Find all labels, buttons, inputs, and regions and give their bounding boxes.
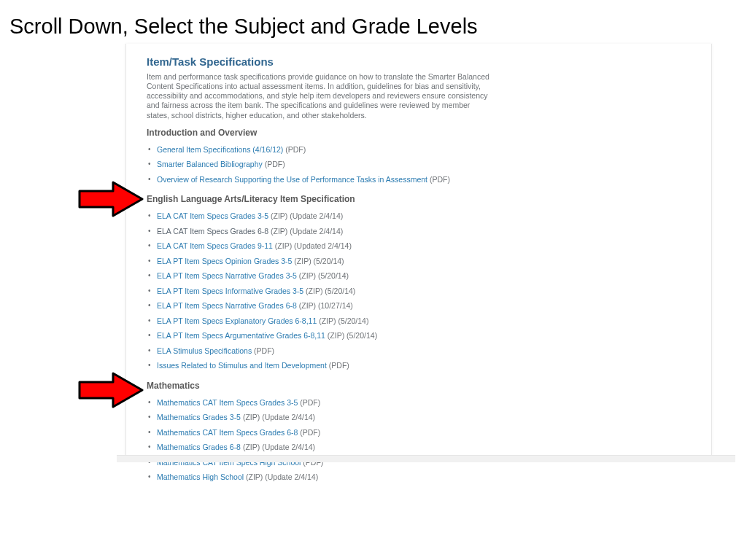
link-suffix: (PDF) [298, 428, 320, 437]
resource-link[interactable]: ELA CAT Item Specs Grades 9-11 [157, 241, 273, 250]
link-list: ELA CAT Item Specs Grades 3-5 (ZIP) (Upd… [147, 209, 689, 373]
resource-link[interactable]: ELA PT Item Specs Explanatory Grades 6-8… [157, 316, 317, 325]
list-item: Overview of Research Supporting the Use … [157, 172, 689, 187]
resource-link[interactable]: ELA PT Item Specs Argumentative Grades 6… [157, 331, 325, 340]
list-item: Mathematics CAT Item Specs Grades 3-5 (P… [157, 395, 689, 411]
sections: Introduction and OverviewGeneral Item Sp… [147, 128, 689, 485]
section-heading: Mathematics [147, 381, 689, 391]
resource-link[interactable]: ELA Stimulus Specifications [157, 346, 252, 355]
link-suffix: (ZIP) (Update 2/4/14) [268, 227, 343, 236]
link-list: General Item Specifications (4/16/12) (P… [147, 142, 689, 187]
list-item: ELA PT Item Specs Narrative Grades 3-5 (… [157, 268, 689, 284]
section-heading: English Language Arts/Literacy Item Spec… [147, 194, 689, 204]
link-suffix: (ZIP) (Updated 2/4/14) [273, 241, 352, 250]
list-item: Mathematics CAT Item Specs Grades 6-8 (P… [157, 425, 689, 440]
link-suffix: (ZIP) (Update 2/4/14) [244, 472, 318, 481]
link-list: Mathematics CAT Item Specs Grades 3-5 (P… [147, 395, 689, 485]
link-suffix: (PDF) [298, 398, 320, 407]
resource-link[interactable]: ELA CAT Item Specs Grades 3-5 [157, 211, 268, 220]
link-suffix: (PDF) [283, 145, 306, 154]
slide-stage: Scroll Down, Select the Subject and Grad… [0, 0, 747, 560]
link-suffix: (PDF) [427, 175, 450, 184]
resource-link[interactable]: Mathematics High School [157, 472, 244, 481]
content-card: Item/Task Specifications Item and perfor… [125, 44, 712, 459]
card-intro: Item and performance task specifications… [147, 72, 489, 120]
footer-bar [117, 455, 735, 462]
slide-title: Scroll Down, Select the Subject and Grad… [9, 15, 478, 39]
resource-link[interactable]: General Item Specifications (4/16/12) [157, 145, 283, 154]
link-suffix: (PDF) [327, 361, 349, 370]
resource-link[interactable]: Mathematics Grades 6-8 [157, 443, 241, 451]
link-suffix: (ZIP) (5/20/14) [317, 316, 368, 325]
list-item: ELA CAT Item Specs Grades 9-11 (ZIP) (Up… [157, 238, 689, 254]
link-suffix: (ZIP) (Update 2/4/14) [241, 443, 315, 451]
resource-link[interactable]: ELA PT Item Specs Opinion Grades 3-5 [157, 257, 292, 265]
list-item: ELA CAT Item Specs Grades 6-8 (ZIP) (Upd… [157, 224, 689, 239]
list-item: General Item Specifications (4/16/12) (P… [157, 142, 689, 158]
list-item: ELA PT Item Specs Opinion Grades 3-5 (ZI… [157, 254, 689, 269]
link-suffix: (ZIP) (Update 2/4/14) [268, 211, 343, 220]
card-title: Item/Task Specifications [147, 55, 689, 68]
resource-link[interactable]: Smarter Balanced Bibliography [157, 160, 263, 168]
resource-link[interactable]: Mathematics CAT Item Specs Grades 3-5 [157, 398, 298, 407]
link-suffix: (ZIP) (5/20/14) [292, 257, 344, 265]
list-item: Mathematics Grades 6-8 (ZIP) (Update 2/4… [157, 440, 689, 455]
list-item: ELA PT Item Specs Argumentative Grades 6… [157, 328, 689, 343]
list-item: ELA CAT Item Specs Grades 3-5 (ZIP) (Upd… [157, 209, 689, 224]
link-suffix: (ZIP) (10/27/14) [297, 301, 353, 310]
link-suffix: (PDF) [263, 160, 285, 168]
list-item: ELA PT Item Specs Informative Grades 3-5… [157, 284, 689, 299]
resource-link[interactable]: ELA CAT Item Specs Grades 6-8 [157, 227, 268, 236]
resource-link[interactable]: ELA PT Item Specs Narrative Grades 3-5 [157, 271, 297, 280]
link-suffix: (ZIP) (5/20/14) [297, 271, 349, 280]
resource-link[interactable]: Issues Related to Stimulus and Item Deve… [157, 361, 327, 370]
list-item: ELA PT Item Specs Narrative Grades 6-8 (… [157, 298, 689, 314]
resource-link[interactable]: ELA PT Item Specs Narrative Grades 6-8 [157, 301, 297, 310]
list-item: Issues Related to Stimulus and Item Deve… [157, 358, 689, 373]
section-heading: Introduction and Overview [147, 128, 689, 138]
resource-link[interactable]: Overview of Research Supporting the Use … [157, 175, 427, 184]
resource-link[interactable]: Mathematics Grades 3-5 [157, 413, 241, 421]
list-item: ELA PT Item Specs Explanatory Grades 6-8… [157, 314, 689, 329]
link-suffix: (ZIP) (Update 2/4/14) [241, 413, 315, 421]
link-suffix: (ZIP) (5/20/14) [325, 331, 377, 340]
link-suffix: (PDF) [252, 346, 274, 355]
link-suffix: (ZIP) (5/20/14) [303, 287, 355, 295]
list-item: Mathematics Grades 3-5 (ZIP) (Update 2/4… [157, 410, 689, 425]
list-item: ELA Stimulus Specifications (PDF) [157, 343, 689, 359]
resource-link[interactable]: Mathematics CAT Item Specs Grades 6-8 [157, 428, 298, 437]
resource-link[interactable]: ELA PT Item Specs Informative Grades 3-5 [157, 287, 303, 295]
list-item: Smarter Balanced Bibliography (PDF) [157, 157, 689, 172]
list-item: Mathematics High School (ZIP) (Update 2/… [157, 470, 689, 485]
